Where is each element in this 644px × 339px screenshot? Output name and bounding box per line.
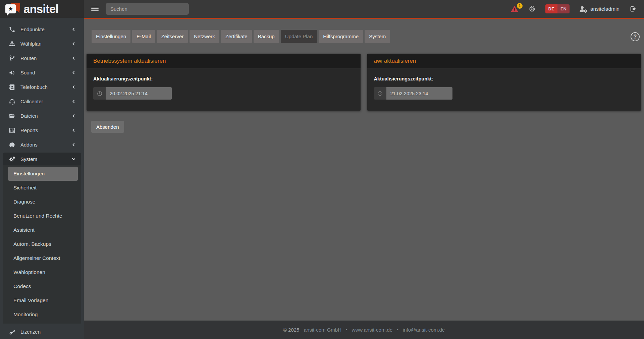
tab-update-plan[interactable]: Update Plan <box>281 30 317 43</box>
chevron-left-icon <box>71 70 76 75</box>
hamburger-icon[interactable] <box>91 7 99 11</box>
main-content: EinstellungenE-MailZeitserverNetzwerkZer… <box>84 18 644 339</box>
tab-system[interactable]: System <box>365 30 390 43</box>
sidebar-subitem-codecs[interactable]: Codecs <box>8 279 78 293</box>
language-de-button[interactable]: DE <box>545 4 557 13</box>
panel-awi-aktualisieren: awi aktualisierenAktualisierungszeitpunk… <box>367 54 641 111</box>
footer: © 2025 ansit-com GmbH•www.ansit-com.de•i… <box>84 321 644 339</box>
chevron-left-icon <box>71 42 76 46</box>
tab-netzwerk[interactable]: Netzwerk <box>190 30 219 43</box>
speech-bubbles-star-icon: ★ <box>5 2 21 16</box>
puzzle-icon <box>8 142 16 148</box>
username-label: ansiteladmin <box>590 6 620 12</box>
tab-hilfsprogramme[interactable]: Hilfsprogramme <box>319 30 363 43</box>
chart-icon <box>8 127 16 134</box>
tab-einstellungen[interactable]: Einstellungen <box>92 30 130 43</box>
phone-icon <box>8 26 16 33</box>
sidebar-item-label: Routen <box>20 55 37 61</box>
sidebar-subitem-assistent[interactable]: Assistent <box>8 223 78 237</box>
footer-copyright: © 2025 <box>283 327 300 333</box>
key-icon <box>8 329 16 335</box>
search-input[interactable] <box>106 3 189 15</box>
submit-button[interactable]: Absenden <box>91 121 124 133</box>
sidebar-item-addons[interactable]: Addons <box>0 137 84 152</box>
sidebar-item-callcenter[interactable]: Callcenter <box>0 94 84 109</box>
sidebar-item-reports[interactable]: Reports <box>0 123 84 137</box>
sidebar-item-label: Reports <box>20 127 38 133</box>
sign-out-icon[interactable] <box>629 5 637 13</box>
folder-open-icon <box>8 113 16 119</box>
sidebar-subitem-autom-backups[interactable]: Autom. Backups <box>8 237 78 251</box>
panel-body: Aktualisierungszeitpunkt: <box>367 69 641 111</box>
update-panels: Betriebssystem aktualisierenAktualisieru… <box>87 54 641 111</box>
sidebar-subitem-monitoring[interactable]: Monitoring <box>8 307 78 322</box>
field-label: Aktualisierungszeitpunkt: <box>93 76 354 81</box>
sidebar-item-label: Wählplan <box>20 41 42 47</box>
footer-link-info-ansit-com-de[interactable]: info@ansit-com.de <box>403 327 445 333</box>
sidebar-subitem-email-vorlagen[interactable]: Email Vorlagen <box>8 293 78 307</box>
sidebar-subitem-w-hloptionen[interactable]: Wähloptionen <box>8 265 78 279</box>
sidebar-item-lizenzen[interactable]: Lizenzen <box>0 325 84 339</box>
chevron-left-icon <box>71 143 76 147</box>
cogs-icon <box>8 156 16 163</box>
language-en-button[interactable]: EN <box>557 4 570 13</box>
tab-backup[interactable]: Backup <box>254 30 279 43</box>
sidebar-item-w-hlplan[interactable]: Wählplan <box>0 37 84 51</box>
sidebar-item-label: Callcenter <box>20 99 43 104</box>
sidebar-submenu-system: EinstellungenSicherheitDiagnoseBenutzer … <box>3 165 81 324</box>
app-logo[interactable]: ★ ansitel <box>0 0 84 18</box>
panel-body: Aktualisierungszeitpunkt: <box>87 69 361 111</box>
sidebar-item-label: Lizenzen <box>20 329 41 335</box>
address-book-icon <box>8 84 16 91</box>
chevron-left-icon <box>71 27 76 32</box>
question-circle-icon[interactable]: ? <box>631 32 640 41</box>
chevron-left-icon <box>71 128 76 132</box>
sidebar-subitem-benutzer-und-rechte[interactable]: Benutzer und Rechte <box>8 209 78 223</box>
clock-icon <box>374 87 386 100</box>
sidebar-subitem-allgemeiner-context[interactable]: Allgemeiner Context <box>8 251 78 265</box>
sidebar-subitem-einstellungen[interactable]: Einstellungen <box>8 167 78 181</box>
chevron-left-icon <box>71 56 76 60</box>
settings-tabbar: EinstellungenE-MailZeitserverNetzwerkZer… <box>92 30 624 43</box>
sidebar-item-label: Addons <box>20 142 38 148</box>
tab-zertifikate[interactable]: Zertifikate <box>221 30 252 43</box>
datetime-input-1[interactable] <box>386 87 452 100</box>
sidebar-subitem-diagnose[interactable]: Diagnose <box>8 195 78 209</box>
footer-link-www-ansit-com-de[interactable]: www.ansit-com.de <box>352 327 393 333</box>
footer-link-ansit-com-gmbh[interactable]: ansit-com GmbH <box>304 327 341 333</box>
chevron-down-icon <box>71 157 76 161</box>
gear-icon[interactable] <box>528 5 536 13</box>
chevron-left-icon <box>71 114 76 118</box>
sidebar-item-label: System <box>20 156 37 162</box>
sidebar-group-system: SystemEinstellungenSicherheitDiagnoseBen… <box>3 153 81 324</box>
warning-triangle-icon[interactable]: 1 <box>510 5 519 13</box>
chevron-left-icon <box>71 99 76 104</box>
datetime-input-0[interactable] <box>106 87 172 100</box>
sidebar-item-telefonbuch[interactable]: Telefonbuch <box>0 80 84 94</box>
sidebar-item-label: Dateien <box>20 113 38 119</box>
user-menu[interactable]: ansiteladmin <box>579 5 620 13</box>
brand-name: ansitel <box>23 2 58 16</box>
headset-icon <box>8 98 16 105</box>
sidebar-item-system[interactable]: System <box>3 153 81 165</box>
panel-title: awi aktualisieren <box>367 54 641 69</box>
sidebar-item-endpunkte[interactable]: Endpunkte <box>0 22 84 37</box>
tab-e-mail[interactable]: E-Mail <box>132 30 155 43</box>
sidebar-item-dateien[interactable]: Dateien <box>0 109 84 123</box>
panel-betriebssystem-aktualisieren: Betriebssystem aktualisierenAktualisieru… <box>87 54 361 111</box>
volume-icon <box>8 69 16 76</box>
sidebar-item-sound[interactable]: Sound <box>0 65 84 80</box>
chevron-left-icon <box>71 85 76 89</box>
sidebar-item-routen[interactable]: Routen <box>0 51 84 65</box>
tab-zeitserver[interactable]: Zeitserver <box>157 30 188 43</box>
topbar-right-icons: 1 DE EN ansiteladmin <box>510 4 637 13</box>
datetime-input-group <box>93 87 172 100</box>
sitemap-icon <box>8 41 16 47</box>
top-navbar: ★ ansitel 1 DE EN ansiteladmin <box>0 0 644 18</box>
sidebar: EndpunkteWählplanRoutenSoundTelefonbuchC… <box>0 18 84 339</box>
footer-separator: • <box>397 327 398 332</box>
star-icon: ★ <box>8 6 13 12</box>
language-toggle: DE EN <box>545 4 570 13</box>
topbar-main: 1 DE EN ansiteladmin <box>84 0 644 18</box>
sidebar-subitem-sicherheit[interactable]: Sicherheit <box>8 181 78 195</box>
